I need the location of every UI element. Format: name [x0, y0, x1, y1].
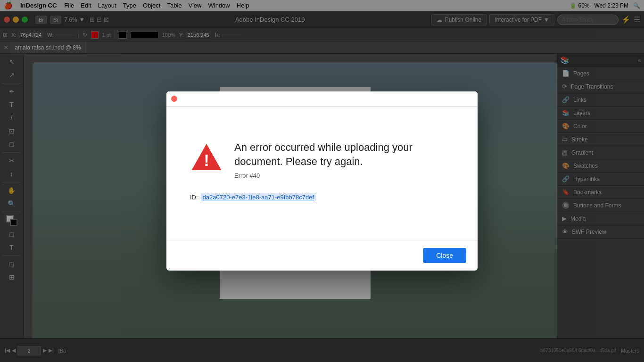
error-id-row: ID: da2a0720-e7e3-1le8-aa71-e9fbb78c7def — [190, 193, 316, 201]
error-icon: ! — [190, 140, 223, 173]
error-code: Error #40 — [234, 172, 454, 179]
dialog-titlebar — [166, 91, 478, 107]
error-row: ! An error occurred while uploading your… — [190, 140, 454, 179]
dialog-overlay: ! An error occurred while uploading your… — [0, 0, 644, 362]
svg-text:!: ! — [204, 151, 209, 169]
error-text-block: An error occurred while uploading your d… — [234, 140, 454, 179]
close-dialog-button[interactable]: Close — [423, 248, 466, 263]
error-dialog: ! An error occurred while uploading your… — [166, 91, 478, 271]
error-id-value[interactable]: da2a0720-e7e3-1le8-aa71-e9fbb78c7def — [201, 193, 316, 201]
error-title: An error occurred while uploading your d… — [234, 140, 454, 168]
id-label: ID: — [190, 194, 198, 201]
dialog-close-traffic-btn[interactable] — [171, 96, 177, 102]
dialog-body: ! An error occurred while uploading your… — [166, 107, 478, 240]
dialog-footer: Close — [166, 240, 478, 271]
